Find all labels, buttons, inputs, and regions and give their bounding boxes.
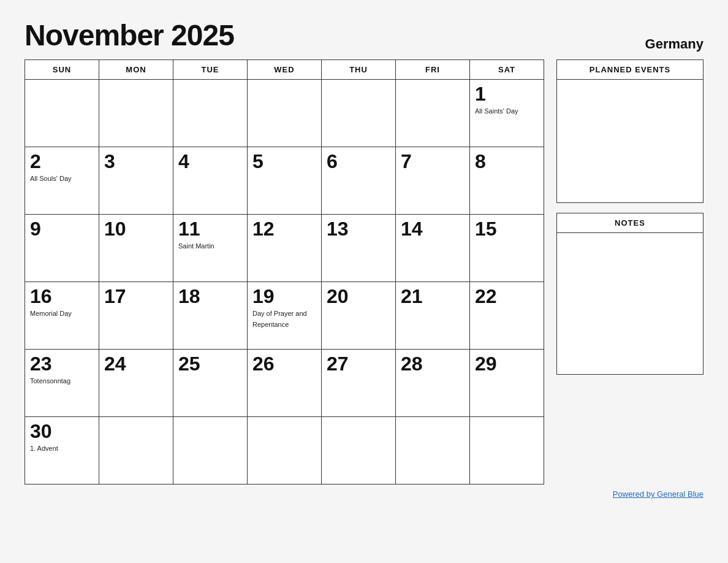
calendar-cell: 1All Saints' Day	[470, 80, 544, 147]
day-number: 12	[252, 218, 316, 240]
calendar-cell: 21	[396, 282, 470, 350]
day-number: 21	[401, 286, 464, 307]
day-number: 8	[475, 151, 539, 172]
calendar-cell: 17	[99, 282, 173, 350]
calendar-cell: 26	[248, 350, 322, 417]
calendar-cell: 6	[322, 147, 396, 215]
calendar-cell: 16Memorial Day	[25, 282, 99, 350]
day-number: 25	[178, 353, 242, 375]
day-number: 11	[178, 218, 242, 240]
day-of-week-header: FRI	[396, 60, 470, 80]
day-number: 7	[401, 151, 464, 172]
calendar-cell	[396, 80, 470, 147]
day-event: 1. Advent	[30, 445, 58, 452]
day-number: 30	[30, 421, 94, 442]
calendar-cell: 23Totensonntag	[25, 350, 99, 417]
page-header: November 2025 Germany	[25, 18, 703, 52]
calendar-cell: 24	[99, 350, 173, 417]
calendar-cell: 9	[25, 215, 99, 282]
calendar-cell: 18	[173, 282, 248, 350]
calendar-cell	[248, 80, 322, 147]
planned-events-box: PLANNED EVENTS	[556, 59, 703, 203]
day-number: 1	[475, 83, 539, 105]
calendar-cell	[99, 417, 173, 484]
calendar-cell: 13	[322, 215, 396, 282]
day-number: 6	[327, 151, 390, 172]
country-title: Germany	[645, 36, 703, 52]
calendar-cell: 301. Advent	[25, 417, 99, 484]
notes-content	[557, 233, 703, 374]
calendar-cell: 7	[396, 147, 470, 215]
day-number: 10	[104, 218, 168, 240]
day-number: 14	[401, 218, 464, 240]
calendar-cell: 11Saint Martin	[173, 215, 248, 282]
day-number: 3	[104, 151, 168, 172]
calendar-cell: 27	[322, 350, 396, 417]
calendar-cell: 15	[470, 215, 544, 282]
calendar-cell: 22	[470, 282, 544, 350]
day-of-week-header: MON	[99, 60, 173, 80]
calendar-cell: 3	[99, 147, 173, 215]
calendar-section: SUNMONTUEWEDTHUFRISAT 1All Saints' Day2A…	[25, 59, 544, 484]
day-number: 5	[252, 151, 316, 172]
calendar-cell	[470, 417, 544, 484]
calendar-cell	[99, 80, 173, 147]
day-number: 20	[327, 286, 390, 307]
calendar-cell: 19Day of Prayer and Repentance	[248, 282, 322, 350]
day-number: 19	[252, 286, 316, 307]
day-number: 4	[178, 151, 242, 172]
calendar-cell: 10	[99, 215, 173, 282]
powered-by-link[interactable]: Powered by General Blue	[613, 489, 703, 499]
calendar-cell	[322, 417, 396, 484]
day-number: 15	[475, 218, 539, 240]
day-event: Totensonntag	[30, 377, 70, 385]
page-title: November 2025	[25, 18, 234, 52]
day-event: Saint Martin	[178, 242, 214, 250]
calendar-cell: 5	[248, 147, 322, 215]
sidebar-section: PLANNED EVENTS NOTES	[556, 59, 703, 375]
notes-header: NOTES	[557, 213, 703, 233]
day-event: All Saints' Day	[475, 107, 518, 115]
calendar-cell: 25	[173, 350, 248, 417]
main-layout: SUNMONTUEWEDTHUFRISAT 1All Saints' Day2A…	[25, 59, 703, 484]
calendar-cell	[25, 80, 99, 147]
day-number: 22	[475, 286, 539, 307]
day-number: 26	[252, 353, 316, 375]
day-event: Memorial Day	[30, 310, 72, 317]
calendar-cell: 8	[470, 147, 544, 215]
day-number: 16	[30, 286, 94, 307]
calendar-cell	[173, 80, 248, 147]
calendar-cell: 29	[470, 350, 544, 417]
day-of-week-header: SUN	[25, 60, 99, 80]
notes-box: NOTES	[556, 213, 703, 375]
footer: Powered by General Blue	[25, 489, 703, 499]
day-of-week-header: SAT	[470, 60, 544, 80]
day-number: 18	[178, 286, 242, 307]
calendar-cell: 28	[396, 350, 470, 417]
day-of-week-header: TUE	[173, 60, 248, 80]
day-event: Day of Prayer and Repentance	[252, 310, 307, 328]
calendar-table: SUNMONTUEWEDTHUFRISAT 1All Saints' Day2A…	[25, 59, 544, 484]
day-number: 23	[30, 353, 94, 375]
day-number: 17	[104, 286, 168, 307]
day-of-week-header: WED	[248, 60, 322, 80]
calendar-cell	[173, 417, 248, 484]
calendar-cell: 2All Souls' Day	[25, 147, 99, 215]
planned-events-header: PLANNED EVENTS	[557, 60, 703, 80]
day-number: 13	[327, 218, 390, 240]
calendar-cell: 14	[396, 215, 470, 282]
planned-events-content	[557, 80, 703, 202]
day-number: 24	[104, 353, 168, 375]
calendar-cell	[248, 417, 322, 484]
day-number: 2	[30, 151, 94, 172]
day-number: 27	[327, 353, 390, 375]
day-number: 29	[475, 353, 539, 375]
day-number: 9	[30, 218, 94, 240]
calendar-cell: 20	[322, 282, 396, 350]
calendar-cell: 12	[248, 215, 322, 282]
calendar-cell: 4	[173, 147, 248, 215]
day-event: All Souls' Day	[30, 175, 72, 182]
day-of-week-header: THU	[322, 60, 396, 80]
day-number: 28	[401, 353, 464, 375]
calendar-cell	[396, 417, 470, 484]
